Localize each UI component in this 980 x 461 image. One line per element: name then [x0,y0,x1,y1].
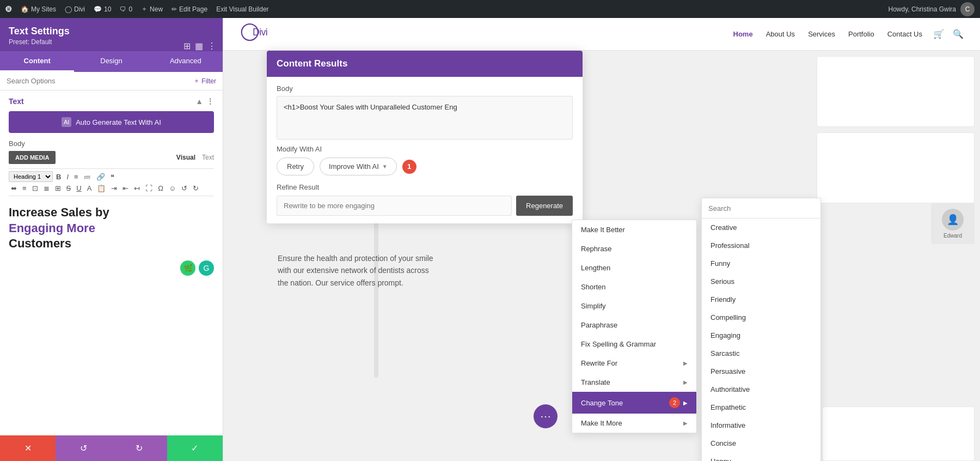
creative-label: Creative [710,223,737,232]
tone-sarcastic[interactable]: Sarcastic [702,344,820,362]
undo-editor-button[interactable]: ↺ [179,183,189,193]
section-menu-icon[interactable]: ⋮ [206,97,214,106]
link-button[interactable]: 🔗 [94,171,107,182]
dropdown-shorten[interactable]: Shorten [572,277,696,296]
grid-icon[interactable]: ▦ [195,41,203,51]
cr-action-row: Retry Improve With AI ▼ 1 [277,157,573,175]
align-left-button[interactable]: ⬌ [9,183,19,193]
underline-button[interactable]: U [74,183,83,193]
dropdown-lengthen[interactable]: Lengthen [572,258,696,277]
emoji-button[interactable]: ☺ [167,183,178,193]
comments-item[interactable]: 💬 10 [94,5,111,13]
tab-design[interactable]: Design [74,51,148,72]
expand-icon[interactable]: ⊞ [183,41,191,51]
align-right-button[interactable]: ⊡ [30,183,40,193]
dropdown-translate[interactable]: Translate ▶ [572,373,696,392]
dropdown-make-more[interactable]: Make It More ▶ [572,414,696,433]
unordered-list-button[interactable]: ≡ [72,171,81,182]
italic-button[interactable]: I [64,171,71,182]
bold-button[interactable]: B [54,171,63,182]
nav-services[interactable]: Services [808,30,835,38]
unindent-button[interactable]: ↤ [132,183,142,193]
regenerate-button[interactable]: Regenerate [516,196,573,216]
fab-button[interactable]: ⋯ [534,404,558,428]
dropdown-fix-spelling[interactable]: Fix Spelling & Grammar [572,335,696,354]
nav-home[interactable]: Home [733,30,753,38]
comment-count: 10 [104,5,111,13]
bubbles-item[interactable]: 🗨 0 [120,5,132,13]
redo-editor-button[interactable]: ↻ [191,183,201,193]
new-item[interactable]: ＋ New [141,4,163,14]
outdent-button[interactable]: ⇤ [120,183,131,193]
edit-page-item[interactable]: ✏ Edit Page [171,5,207,13]
user-avatar[interactable]: C [960,2,975,16]
ai-green-icon[interactable]: 🌿 [180,260,195,276]
align-justify-button[interactable]: ≣ [41,183,52,193]
wp-icon: 🅦 [5,5,12,13]
tab-content[interactable]: Content [0,51,74,72]
tone-empathetic[interactable]: Empathetic [702,398,820,416]
strikethrough-button[interactable]: S [64,183,74,193]
ai-teal-icon[interactable]: G [199,260,214,276]
refine-input[interactable] [277,196,512,216]
cancel-button[interactable]: ✕ [0,435,56,461]
tone-serious[interactable]: Serious [702,272,820,290]
tone-engaging[interactable]: Engaging [702,326,820,344]
fullscreen-button[interactable]: ⛶ [143,183,155,193]
text-tab[interactable]: Text [202,154,214,161]
wp-bar-right: Howdy, Christina Gwira C [889,2,975,16]
filter-button[interactable]: ＋ Filter [193,76,216,86]
search-options-input[interactable] [7,77,189,85]
ai-generate-button[interactable]: AI Auto Generate Text With AI [9,111,214,133]
tone-friendly[interactable]: Friendly [702,290,820,308]
dropdown-rewrite-for[interactable]: Rewrite For ▶ [572,354,696,373]
more-options-icon[interactable]: ⋮ [207,41,216,51]
ordered-list-button[interactable]: ≔ [82,171,93,182]
table-button[interactable]: ⊞ [53,183,63,193]
nav-portfolio[interactable]: Portfolio [848,30,874,38]
tone-search-input[interactable] [708,204,814,213]
nav-contact[interactable]: Contact Us [887,30,922,38]
tone-compelling[interactable]: Compelling [702,308,820,326]
cart-icon[interactable]: 🛒 [933,29,944,39]
exit-visual-builder-item[interactable]: Exit Visual Builder [216,5,269,13]
wp-logo-item[interactable]: 🅦 [5,5,12,13]
dropdown-paraphrase[interactable]: Paraphrase [572,316,696,335]
save-button[interactable]: ✓ [167,435,223,461]
plus-icon: ＋ [141,4,148,14]
new-label: New [150,5,163,13]
body-text-line1: Increase Sales by [9,205,109,219]
indent-button[interactable]: ⇥ [109,183,119,193]
avatar-card: 👤 Edward [931,203,975,244]
my-sites-item[interactable]: 🏠 My Sites [21,5,56,13]
dropdown-make-better[interactable]: Make It Better [572,220,696,239]
blockquote-button[interactable]: ❝ [108,171,117,182]
retry-button[interactable]: Retry [277,157,314,175]
search-site-icon[interactable]: 🔍 [953,29,964,39]
divi-item[interactable]: ◯ Divi [65,5,85,13]
tone-informative[interactable]: Informative [702,416,820,434]
tab-advanced[interactable]: Advanced [149,51,223,72]
tone-concise[interactable]: Concise [702,434,820,452]
tone-authoritative[interactable]: Authoritative [702,380,820,398]
improve-with-ai-button[interactable]: Improve With AI ▼ [320,157,397,175]
dropdown-change-tone[interactable]: Change Tone 2 ▶ [572,392,696,414]
dropdown-rephrase[interactable]: Rephrase [572,239,696,258]
chevron-up-icon[interactable]: ▲ [195,97,203,106]
nav-about[interactable]: About Us [766,30,795,38]
tone-creative[interactable]: Creative [702,219,820,236]
redo-button[interactable]: ↻ [112,435,167,461]
paste-button[interactable]: 📋 [95,183,108,193]
tone-happy[interactable]: Happy [702,452,820,461]
align-center-button[interactable]: ≡ [20,183,29,193]
tone-funny[interactable]: Funny [702,254,820,272]
visual-tab[interactable]: Visual [176,154,195,161]
add-media-button[interactable]: ADD MEDIA [9,151,56,164]
undo-button[interactable]: ↺ [56,435,111,461]
special-chars-button[interactable]: Ω [156,183,166,193]
text-color-button[interactable]: A [85,183,94,193]
dropdown-simplify[interactable]: Simplify [572,296,696,316]
tone-professional[interactable]: Professional [702,236,820,254]
tone-persuasive[interactable]: Persuasive [702,362,820,380]
heading-select[interactable]: Heading 1 [9,171,53,182]
